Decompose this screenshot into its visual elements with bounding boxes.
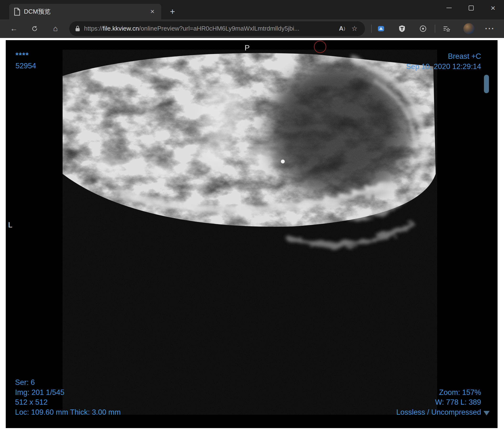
zoom-level: Zoom: 157% — [439, 388, 481, 397]
favorites-list-icon — [443, 25, 450, 33]
minimize-button[interactable] — [438, 0, 460, 16]
url-domain: file.kkview.cn — [103, 25, 139, 32]
orientation-marker-left: L — [8, 221, 12, 229]
orientation-marker-posterior: P — [245, 44, 250, 52]
refresh-button[interactable] — [28, 22, 41, 35]
extension-button-shield[interactable] — [396, 22, 408, 35]
ssl-lock-icon[interactable] — [74, 25, 81, 32]
series-scroll-thumb[interactable] — [484, 75, 489, 93]
refresh-icon — [31, 25, 38, 32]
image-number: Img: 201 1/545 — [15, 388, 64, 397]
document-icon — [13, 7, 20, 16]
browser-window: DCM预览 × + × ← ⌂ https://file.kkview.cn/o… — [0, 0, 504, 430]
favorites-bar-button[interactable] — [440, 22, 453, 35]
close-icon: × — [491, 4, 495, 12]
read-aloud-button[interactable]: A) — [336, 22, 348, 35]
star-icon: ☆ — [351, 25, 357, 33]
settings-menu-button[interactable]: ··· — [484, 22, 496, 35]
blue-extension-icon — [377, 25, 385, 33]
mri-image — [6, 40, 497, 428]
maximize-button[interactable] — [460, 0, 482, 16]
round-extension-icon — [419, 25, 427, 33]
back-button[interactable]: ← — [7, 22, 20, 35]
close-button[interactable]: × — [482, 0, 504, 16]
page-content: **** 52954 P L Breast +C Sep 10, 2020 12… — [0, 38, 504, 430]
patient-name-masked: **** — [16, 51, 29, 60]
home-button[interactable]: ⌂ — [49, 22, 62, 35]
tab-strip: DCM预览 × + × — [0, 0, 504, 19]
patient-id: 52954 — [16, 61, 36, 71]
read-aloud-icon: A — [339, 25, 343, 32]
new-tab-button[interactable]: + — [167, 6, 178, 18]
compression-info: Lossless / Uncompressed — [396, 408, 481, 417]
url-scheme: https:// — [84, 25, 103, 32]
maximize-icon — [469, 6, 474, 10]
tab-title: DCM预览 — [24, 7, 148, 16]
avatar — [463, 23, 474, 34]
tab-dcm-preview[interactable]: DCM预览 × — [9, 4, 161, 19]
toolbar-divider — [371, 25, 372, 33]
browser-toolbar: ← ⌂ https://file.kkview.cn/onlinePreview… — [0, 19, 504, 38]
series-number: Ser: 6 — [15, 378, 35, 387]
url-text[interactable]: https://file.kkview.cn/onlinePreview?url… — [84, 25, 336, 32]
study-datetime: Sep 10, 2020 12:29:14 — [406, 62, 481, 72]
slice-location: Loc: 109.60 mm Thick: 3.00 mm — [15, 408, 121, 417]
scroll-down-arrow-icon[interactable] — [484, 411, 490, 415]
tab-close-button[interactable]: × — [148, 7, 157, 16]
study-description: Breast +C — [448, 52, 481, 61]
dicom-viewer-canvas[interactable]: **** 52954 P L Breast +C Sep 10, 2020 12… — [6, 40, 497, 428]
extension-button-blue[interactable] — [375, 22, 387, 35]
profile-button[interactable] — [462, 22, 475, 35]
shield-t-extension-icon — [398, 25, 406, 33]
annotation-circle — [314, 41, 326, 53]
minimize-icon — [446, 8, 452, 8]
url-path: /onlinePreview?url=aHR0cHM6Ly9maWxlLmtrd… — [139, 25, 299, 32]
window-level: W: 778 L: 389 — [435, 397, 481, 407]
window-controls: × — [438, 0, 504, 16]
image-matrix: 512 x 512 — [15, 397, 47, 407]
add-favorite-button[interactable]: ☆ — [348, 22, 361, 35]
extension-button-round[interactable] — [417, 22, 430, 35]
toolbar-divider — [435, 25, 435, 33]
address-bar[interactable]: https://file.kkview.cn/onlinePreview?url… — [69, 21, 365, 36]
